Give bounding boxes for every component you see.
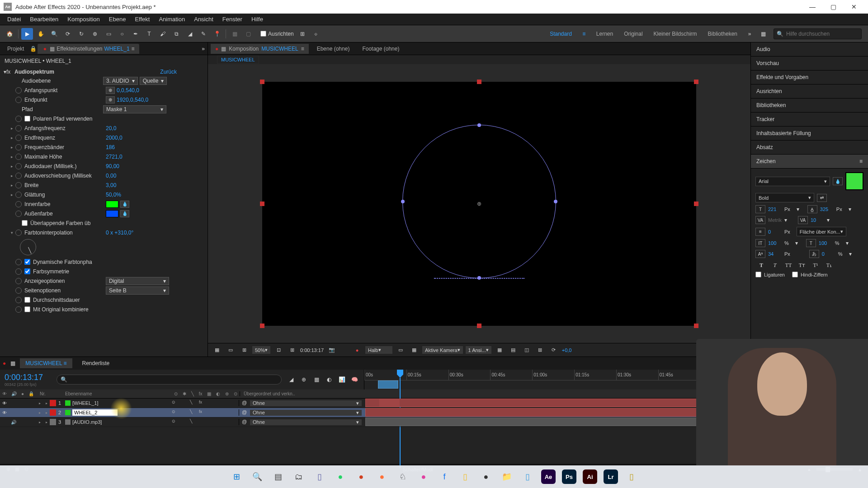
audio-toggle[interactable] — [10, 409, 17, 416]
stopwatch-durchschnitt[interactable] — [15, 297, 22, 303]
crosshair-icon[interactable]: ⊕ — [106, 87, 115, 94]
tracking-value[interactable]: 10 — [811, 217, 824, 223]
stopwatch-seiten[interactable] — [15, 287, 22, 294]
parent-dropdown[interactable]: Ohne — [250, 410, 362, 416]
anfangsfreq-value[interactable]: 20,0 — [106, 125, 116, 131]
stopwatch-breite[interactable] — [15, 182, 22, 188]
composition-viewport[interactable]: ⊕ — [208, 64, 750, 343]
bold-button[interactable]: T — [755, 261, 767, 270]
audioebene-source-dropdown[interactable]: Quelle — [140, 77, 167, 85]
farbton-value[interactable]: 0 x +310,0° — [106, 230, 133, 236]
ellipse-tool[interactable]: ○ — [116, 28, 128, 40]
zoom-dropdown[interactable]: 50% — [252, 346, 270, 354]
tab-composition[interactable]: ● ▦ Komposition MUSICWHEEL ≡ — [211, 44, 309, 54]
eyedropper-icon[interactable]: 💧 — [120, 201, 129, 208]
sw-icon[interactable] — [199, 419, 205, 425]
kombiniere-checkbox[interactable] — [24, 306, 30, 312]
solo-header-icon[interactable]: ● — [21, 391, 24, 396]
chevron-down-icon[interactable]: ▾ — [797, 206, 799, 212]
maximize-button[interactable]: ▢ — [823, 0, 844, 14]
layer-color-label[interactable] — [50, 409, 56, 416]
stopwatch-kombiniere[interactable] — [15, 306, 22, 313]
chevron-down-icon[interactable]: ▾ — [849, 251, 852, 257]
tri-icon[interactable]: ▸ — [39, 401, 41, 405]
tab-ebene[interactable]: Ebene (ohne) — [312, 44, 354, 54]
hand-tool[interactable]: ✋ — [35, 28, 47, 40]
sw-icon[interactable]: ⊙ — [172, 409, 178, 416]
smallcaps-button[interactable]: Tᴛ — [796, 261, 808, 270]
swap-colors-icon[interactable]: ⇄ — [817, 194, 827, 202]
vp-snapshot-icon[interactable]: 📷 — [326, 345, 337, 355]
vp-region-icon[interactable]: ▭ — [395, 345, 406, 355]
tri-icon[interactable]: ▸ — [46, 420, 47, 424]
vp-channel-icon[interactable]: ● — [352, 345, 363, 355]
audio-toggle[interactable]: 🔊 — [10, 419, 17, 425]
fillover-dropdown[interactable]: Fläche über Kon... — [797, 227, 846, 236]
taskbar-firefox[interactable]: ● — [373, 468, 391, 486]
taskbar-teams[interactable]: ▯ — [311, 468, 329, 486]
layer-name[interactable]: [WHEEL_1] — [63, 400, 167, 406]
tri-icon[interactable]: ▸ — [39, 420, 41, 424]
sw-icon[interactable]: ╲ — [190, 409, 196, 416]
mask-vertex[interactable] — [554, 200, 557, 203]
pfad-dropdown[interactable]: Maske 1 — [103, 105, 166, 113]
innenfarbe-swatch[interactable] — [106, 201, 118, 208]
sw-icon[interactable]: ╲ — [190, 419, 196, 425]
tsume-value[interactable]: 34 — [768, 251, 782, 257]
layer-color-label[interactable] — [50, 400, 56, 406]
text-tool[interactable]: T — [143, 28, 155, 40]
tri-icon[interactable]: ▸ — [11, 174, 15, 178]
font-style-dropdown[interactable]: Bold — [755, 193, 814, 202]
snap-checkbox[interactable] — [260, 31, 266, 37]
sw-icon[interactable]: fx — [199, 400, 205, 406]
vp-mask-icon[interactable]: ▭ — [225, 345, 236, 355]
taskbar-start[interactable]: ⊞ — [227, 468, 245, 486]
superscript-button[interactable]: T¹ — [810, 261, 821, 270]
stopwatch-farbsym[interactable] — [15, 268, 22, 275]
sw-icon[interactable]: ▦ — [207, 391, 211, 396]
vp-res-icon[interactable]: ⊡ — [273, 345, 284, 355]
dynalpha-checkbox[interactable] — [24, 259, 30, 265]
sw-icon[interactable]: ✱ — [183, 391, 186, 396]
menu-datei[interactable]: Datei — [3, 14, 25, 24]
audioverschiebung-value[interactable]: 0,00 — [106, 173, 116, 179]
pin-tool[interactable]: 📍 — [211, 28, 223, 40]
sw-icon[interactable]: ⊙ — [172, 419, 178, 425]
layer-name[interactable] — [63, 409, 167, 416]
eraser-tool[interactable]: ◢ — [184, 28, 196, 40]
stopwatch-endfreq[interactable] — [15, 135, 22, 141]
taskbar-messenger[interactable]: ● — [415, 468, 433, 486]
workspace-lernen[interactable]: Lernen — [591, 29, 618, 39]
tri-icon[interactable]: ▸ — [11, 136, 15, 140]
minimize-button[interactable]: — — [802, 0, 823, 14]
panel-menu-icon[interactable]: ≡ — [64, 360, 67, 366]
stopwatch-innenfarbe[interactable] — [15, 201, 22, 207]
farbsym-checkbox[interactable] — [24, 268, 30, 274]
close-button[interactable]: ✕ — [844, 0, 864, 14]
sw-icon[interactable] — [181, 409, 187, 416]
text-fill-swatch[interactable] — [845, 172, 863, 190]
viewport-timecode[interactable]: 0:00:13:17 — [300, 347, 324, 353]
panel-effekte[interactable]: Effekte und Vorgaben — [751, 70, 868, 84]
layer-handle[interactable] — [694, 80, 698, 84]
tab-effect-controls[interactable]: ● ▦ Effekteinstellungen WHEEL_1 ≡ — [38, 44, 139, 54]
rotation-tool[interactable]: ↻ — [75, 28, 87, 40]
timeline-timecode[interactable]: 0:00:13:17 — [5, 373, 43, 382]
panel-menu-icon[interactable]: ≡ — [132, 46, 135, 52]
roto-tool[interactable]: ✎ — [198, 28, 209, 40]
eyedropper-icon[interactable]: 💧 — [120, 210, 129, 217]
panel-inhaltsbasierte[interactable]: Inhaltsbasierte Füllung — [751, 127, 868, 141]
stopwatch-anfangsfreq[interactable] — [15, 125, 22, 131]
taskbar-ae[interactable]: Ae — [539, 468, 557, 486]
rect-tool[interactable]: ▭ — [103, 28, 114, 40]
tri-icon[interactable]: ▸ — [11, 192, 15, 197]
panel-tracker[interactable]: Tracker — [751, 113, 868, 127]
chevron-down-icon[interactable]: ▾ — [849, 206, 851, 212]
visibility-toggle[interactable]: 👁 — [1, 400, 8, 406]
allcaps-button[interactable]: TT — [783, 261, 794, 270]
panel-bibliotheken[interactable]: Bibliotheken — [751, 99, 868, 113]
timeline-tab-render[interactable]: Renderliste — [77, 358, 115, 368]
workspace-menu-icon[interactable]: ≡ — [578, 28, 590, 40]
stopwatch-glaettung[interactable] — [15, 192, 22, 198]
parent-dropdown[interactable]: Ohne — [250, 400, 362, 406]
